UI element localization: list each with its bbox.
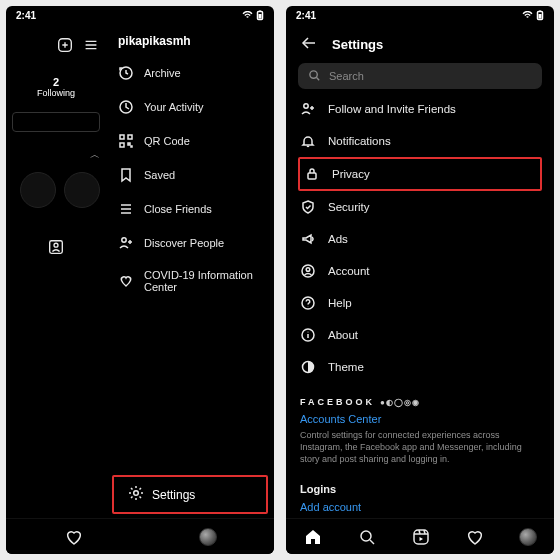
svg-line-47 — [419, 530, 420, 534]
svg-point-29 — [310, 70, 317, 77]
search-input[interactable]: Search — [298, 63, 542, 89]
svg-rect-45 — [414, 530, 428, 544]
svg-point-21 — [122, 238, 126, 242]
wifi-icon — [242, 11, 253, 20]
accounts-center-link[interactable]: Accounts Center — [286, 413, 554, 425]
svg-rect-34 — [308, 173, 316, 179]
nav-activity[interactable] — [64, 527, 84, 547]
accounts-center-desc: Control settings for connected experienc… — [286, 425, 554, 473]
chevron-up-icon[interactable]: ︿ — [90, 148, 100, 162]
menu-label: Saved — [144, 169, 175, 181]
username-label: pikapikasmh — [106, 34, 274, 56]
svg-rect-26 — [539, 10, 541, 11]
search-icon — [308, 69, 321, 84]
battery-icon — [536, 10, 544, 21]
status-time: 2:41 — [296, 10, 316, 21]
menu-covid[interactable]: COVID-19 Information Center — [106, 260, 274, 302]
menu-label: Discover People — [144, 237, 224, 249]
megaphone-icon — [300, 231, 316, 247]
menu-settings[interactable]: Settings — [112, 475, 268, 514]
menu-archive[interactable]: Archive — [106, 56, 274, 90]
help-icon — [300, 295, 316, 311]
account-icon — [300, 263, 316, 279]
item-label: Notifications — [328, 135, 391, 147]
tagged-tab-icon[interactable] — [47, 238, 65, 258]
svg-point-36 — [306, 268, 310, 272]
status-bar: 2:41 — [6, 6, 274, 24]
facebook-label: FACEBOOK ●◐◯◎◉ — [300, 397, 540, 407]
settings-theme[interactable]: Theme — [286, 351, 554, 383]
svg-rect-1 — [259, 10, 261, 11]
back-icon[interactable] — [300, 34, 318, 55]
item-label: Ads — [328, 233, 348, 245]
item-label: About — [328, 329, 358, 341]
settings-account[interactable]: Account — [286, 255, 554, 287]
lock-icon — [304, 166, 320, 182]
settings-follow-invite[interactable]: Follow and Invite Friends — [286, 93, 554, 125]
menu-qr[interactable]: QR Code — [106, 124, 274, 158]
svg-rect-14 — [128, 135, 132, 139]
phone-left: 2:41 2 Following ︿ — [6, 6, 274, 554]
story-highlight[interactable] — [64, 172, 100, 208]
add-account-link[interactable]: Add account — [286, 501, 554, 513]
list-icon — [118, 201, 134, 217]
side-drawer: pikapikasmh Archive Your Activity QR Cod… — [106, 24, 274, 517]
settings-label: Settings — [152, 488, 195, 502]
item-label: Help — [328, 297, 352, 309]
saved-icon — [118, 167, 134, 183]
phone-right: 2:41 Settings Search Follow and Invite F… — [286, 6, 554, 554]
archive-icon — [118, 65, 134, 81]
nav-search[interactable] — [357, 527, 377, 547]
menu-activity[interactable]: Your Activity — [106, 90, 274, 124]
settings-header: Settings — [286, 24, 554, 63]
profile-background: 2 Following ︿ — [6, 24, 106, 517]
status-time: 2:41 — [16, 10, 36, 21]
svg-rect-2 — [259, 14, 262, 19]
settings-about[interactable]: About — [286, 319, 554, 351]
settings-help[interactable]: Help — [286, 287, 554, 319]
heart-plus-icon — [118, 273, 134, 289]
nav-activity[interactable] — [465, 527, 485, 547]
shield-icon — [300, 199, 316, 215]
create-icon[interactable] — [56, 36, 74, 56]
settings-privacy[interactable]: Privacy — [298, 157, 542, 191]
svg-point-31 — [304, 104, 308, 108]
svg-line-48 — [424, 530, 425, 534]
nav-home[interactable] — [303, 527, 323, 547]
svg-rect-13 — [120, 135, 124, 139]
gear-icon — [128, 485, 144, 504]
info-icon — [300, 327, 316, 343]
activity-icon — [118, 99, 134, 115]
menu-saved[interactable]: Saved — [106, 158, 274, 192]
item-label: Follow and Invite Friends — [328, 103, 456, 115]
item-label: Theme — [328, 361, 364, 373]
svg-line-44 — [370, 540, 374, 544]
nav-profile[interactable] — [199, 528, 217, 546]
menu-label: Close Friends — [144, 203, 212, 215]
nav-reels[interactable] — [411, 527, 431, 547]
menu-close-friends[interactable]: Close Friends — [106, 192, 274, 226]
battery-icon — [256, 10, 264, 21]
svg-point-43 — [361, 531, 371, 541]
svg-rect-15 — [120, 143, 124, 147]
following-count[interactable]: 2 Following — [37, 76, 75, 98]
discover-icon — [118, 235, 134, 251]
logins-header: Logins — [286, 473, 554, 499]
story-highlight[interactable] — [20, 172, 56, 208]
bottom-nav — [286, 518, 554, 554]
menu-discover[interactable]: Discover People — [106, 226, 274, 260]
settings-notifications[interactable]: Notifications — [286, 125, 554, 157]
nav-profile[interactable] — [519, 528, 537, 546]
menu-label: Your Activity — [144, 101, 204, 113]
status-bar: 2:41 — [286, 6, 554, 24]
item-label: Privacy — [332, 168, 370, 180]
hamburger-icon[interactable] — [82, 36, 100, 56]
edit-profile-button[interactable] — [12, 112, 100, 132]
svg-line-30 — [316, 77, 319, 80]
wifi-icon — [522, 11, 533, 20]
settings-security[interactable]: Security — [286, 191, 554, 223]
svg-point-38 — [308, 306, 309, 307]
search-placeholder: Search — [329, 70, 364, 82]
avatar — [199, 528, 217, 546]
settings-ads[interactable]: Ads — [286, 223, 554, 255]
